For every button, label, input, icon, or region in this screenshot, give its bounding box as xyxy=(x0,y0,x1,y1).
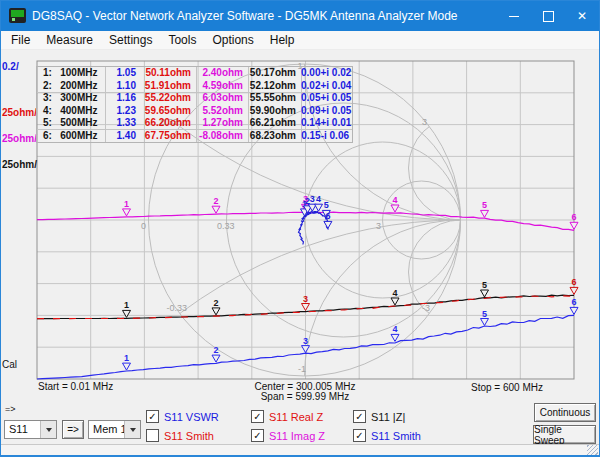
window-title: DG8SAQ - Vector Network Analyzer Softwar… xyxy=(32,1,458,31)
table-cell: 2: 200MHz xyxy=(37,80,105,93)
table-cell: 51.91ohm xyxy=(144,80,196,93)
resize-grip-icon[interactable] xyxy=(587,445,598,456)
table-row: 2: 200MHz1.1051.91ohm4.59ohm52.12ohm0.02… xyxy=(37,80,352,93)
checked-checkbox-icon[interactable]: ✓ xyxy=(251,410,264,423)
table-cell: 1.10 xyxy=(105,80,144,93)
svg-text:0: 0 xyxy=(141,221,146,231)
checked-checkbox-icon[interactable]: ✓ xyxy=(353,429,366,442)
svg-text:6: 6 xyxy=(571,297,576,307)
svg-text:5: 5 xyxy=(482,200,487,210)
table-cell: 0.00+i 0.02 xyxy=(301,67,352,80)
table-cell: 68.23ohm xyxy=(248,130,301,143)
minimize-button[interactable] xyxy=(497,1,531,31)
svg-text:3: 3 xyxy=(376,221,381,231)
menu-help[interactable]: Help xyxy=(262,33,303,47)
memory-select[interactable]: Mem 1 xyxy=(88,420,141,439)
table-cell: 1.27ohm xyxy=(196,117,248,130)
checkbox-label: S11 Imag Z xyxy=(269,430,325,442)
table-cell: 55.55ohm xyxy=(248,92,301,105)
checkbox-s11-smith[interactable]: S11 Smith xyxy=(146,429,214,442)
single-sweep-button[interactable]: Single Sweep xyxy=(533,425,596,444)
svg-text:3: 3 xyxy=(303,336,308,346)
menu-file[interactable]: File xyxy=(3,33,38,47)
chevron-down-icon xyxy=(130,428,136,432)
minimize-icon xyxy=(509,16,519,17)
table-cell: 52.12ohm xyxy=(248,80,301,93)
table-cell: 50.17ohm xyxy=(248,67,301,80)
svg-text:4: 4 xyxy=(392,288,397,298)
table-row: 5: 500MHz1.3366.20ohm1.27ohm66.21ohm0.14… xyxy=(37,117,352,130)
checkbox-label: S11 Smith xyxy=(371,430,421,442)
channel-select[interactable]: S11 xyxy=(4,420,57,439)
arrow-hint-label: => xyxy=(5,404,16,414)
checked-checkbox-icon[interactable]: ✓ xyxy=(251,429,264,442)
table-cell: 0.14+i 0.01 xyxy=(301,117,352,130)
menu-tools[interactable]: Tools xyxy=(160,33,204,47)
table-cell: 1.16 xyxy=(105,92,144,105)
checkbox-s11-vswr[interactable]: ✓S11 VSWR xyxy=(146,410,219,423)
svg-text:2: 2 xyxy=(305,196,310,206)
table-cell: 0.09+i 0.05 xyxy=(301,105,352,118)
svg-text:6: 6 xyxy=(571,277,576,287)
unchecked-checkbox-icon[interactable] xyxy=(146,429,159,442)
close-button[interactable]: ✕ xyxy=(565,1,599,31)
table-cell: 66.20ohm xyxy=(144,117,196,130)
marker-table: 1: 100MHz1.0550.11ohm2.40ohm50.17ohm0.00… xyxy=(36,66,353,143)
table-cell: 66.21ohm xyxy=(248,117,301,130)
table-cell: 59.65ohm xyxy=(144,105,196,118)
menu-settings[interactable]: Settings xyxy=(101,33,160,47)
svg-text:3: 3 xyxy=(422,117,427,127)
table-cell: -8.08ohm xyxy=(196,130,248,143)
table-cell: 59.90ohm xyxy=(248,105,301,118)
svg-text:1: 1 xyxy=(124,353,129,363)
maximize-button[interactable] xyxy=(531,1,565,31)
table-cell: 1: 100MHz xyxy=(37,67,105,80)
table-cell: 1.40 xyxy=(105,130,144,143)
checkbox-label: S11 VSWR xyxy=(164,411,219,423)
menu-options[interactable]: Options xyxy=(204,33,261,47)
svg-text:0.33: 0.33 xyxy=(217,221,235,231)
table-row: 4: 400MHz1.2359.65ohm5.52ohm59.90ohm0.09… xyxy=(37,105,352,118)
table-cell: 0.15-i 0.06 xyxy=(301,130,352,143)
checkbox-s11-real-z[interactable]: ✓S11 Real Z xyxy=(251,410,323,423)
title-bar: DG8SAQ - Vector Network Analyzer Softwar… xyxy=(1,1,599,31)
menu-bar: FileMeasureSettingsToolsOptionsHelp xyxy=(1,31,599,50)
menu-measure[interactable]: Measure xyxy=(38,33,101,47)
maximize-icon xyxy=(543,11,554,22)
svg-text:5: 5 xyxy=(482,280,487,290)
memory-select-value: Mem 1 xyxy=(93,421,127,438)
svg-text:-1: -1 xyxy=(298,364,306,374)
chevron-down-icon xyxy=(46,428,52,432)
svg-text:6: 6 xyxy=(325,211,330,221)
svg-text:3: 3 xyxy=(303,194,308,204)
svg-text:-0.33: -0.33 xyxy=(166,303,187,313)
table-cell: 4.59ohm xyxy=(196,80,248,93)
table-row: 1: 100MHz1.0550.11ohm2.40ohm50.17ohm0.00… xyxy=(37,67,352,80)
table-cell: 6: 600MHz xyxy=(37,130,105,143)
start-frequency-label: Start = 0.01 MHz xyxy=(38,381,113,392)
checkbox-s11-imag-z[interactable]: ✓S11 Imag Z xyxy=(251,429,325,442)
table-cell: 5: 500MHz xyxy=(37,117,105,130)
continuous-sweep-button[interactable]: Continuous xyxy=(534,403,596,422)
svg-text:2: 2 xyxy=(213,298,218,308)
checkbox-s11-z-[interactable]: ✓S11 |Z| xyxy=(353,410,405,423)
svg-text:-3: -3 xyxy=(422,303,430,313)
svg-text:5: 5 xyxy=(482,309,487,319)
scale-label-2: 25ohm/ xyxy=(2,133,37,144)
to-memory-button[interactable]: => xyxy=(62,420,84,439)
table-row: 6: 600MHz1.4067.75ohm-8.08ohm68.23ohm0.1… xyxy=(37,130,352,143)
memory-select-dropdown[interactable] xyxy=(124,421,140,438)
app-icon xyxy=(9,8,26,23)
checkbox-s11-smith[interactable]: ✓S11 Smith xyxy=(353,429,421,442)
table-cell: 3: 300MHz xyxy=(37,92,105,105)
checked-checkbox-icon[interactable]: ✓ xyxy=(146,410,159,423)
cal-status-label: Cal xyxy=(2,359,17,370)
checked-checkbox-icon[interactable]: ✓ xyxy=(353,410,366,423)
scale-label-0: 0.2/ xyxy=(2,61,19,72)
scale-label-1: 25ohm/ xyxy=(2,107,37,118)
channel-select-dropdown[interactable] xyxy=(40,421,56,438)
table-cell: 50.11ohm xyxy=(144,67,196,80)
svg-text:2: 2 xyxy=(213,345,218,355)
table-cell: 2.40ohm xyxy=(196,67,248,80)
table-cell: 55.22ohm xyxy=(144,92,196,105)
